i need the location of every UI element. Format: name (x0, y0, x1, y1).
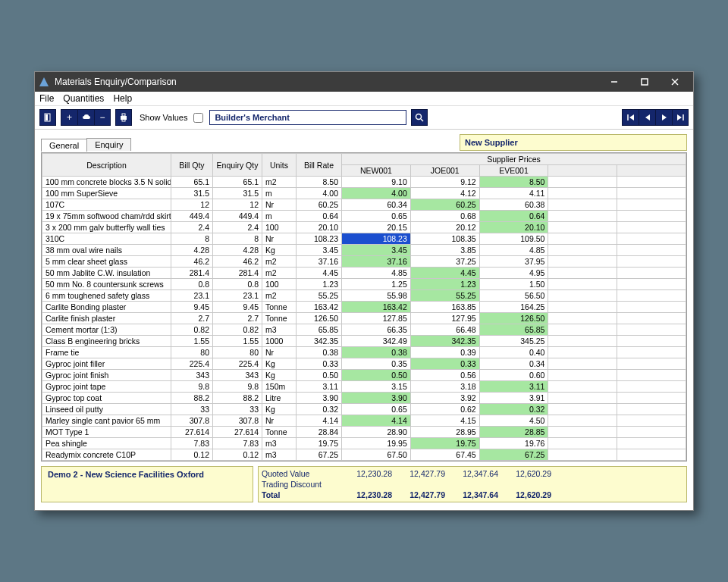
totals-value: 12,230.28 (342, 490, 395, 500)
totals-value: 12,620.29 (501, 490, 554, 500)
menu-help[interactable]: Help (113, 93, 132, 104)
svg-rect-6 (46, 114, 48, 120)
project-name-box: Demo 2 - New Science Facilities Oxford (41, 466, 253, 502)
show-values-checkbox[interactable] (193, 113, 203, 123)
col-supplier-prices[interactable]: Supplier Prices (342, 154, 686, 165)
table-row[interactable]: 50 mm No. 8 countersunk screws0.80.81001… (42, 279, 686, 290)
table-row[interactable]: Gyproc joint filler225.4225.4Kg0.330.350… (42, 358, 686, 370)
search-icon[interactable] (411, 109, 428, 126)
col-description[interactable]: Description (42, 154, 171, 177)
totals-value: 12,427.79 (395, 468, 448, 479)
show-values-label: Show Values (140, 113, 187, 122)
new-supplier-field[interactable] (460, 134, 687, 151)
table-row[interactable]: Linseed oil putty3333Kg0.320.650.620.32 (42, 404, 686, 415)
table-row[interactable]: 100 mm concrete blocks 3.5 N solid65.165… (42, 177, 686, 188)
col-supplier[interactable] (548, 165, 617, 177)
record-nav-group (622, 109, 689, 126)
totals-label: Total (259, 490, 342, 500)
table-row[interactable]: MOT Type 127.61427.614Tonne28.8428.9028.… (42, 427, 686, 438)
content-area: General Enquiry Description Bill Qty Enq… (35, 130, 693, 510)
tab-general[interactable]: General (41, 139, 87, 152)
totals-box: Quoted Value12,230.2812,427.7912,347.641… (258, 466, 687, 502)
svg-rect-2 (642, 79, 648, 85)
totals-value (448, 479, 501, 490)
svg-marker-15 (662, 114, 667, 120)
add-remove-group: + − (61, 109, 111, 126)
col-units[interactable]: Units (262, 154, 297, 177)
table-row[interactable]: 100 mm SuperSieve31.531.5m4.004.004.124.… (42, 188, 686, 199)
window-title: Materials Enquiry/Comparison (55, 77, 599, 87)
cloud-icon[interactable] (77, 109, 94, 126)
svg-rect-9 (122, 119, 125, 121)
table-row[interactable]: 3 x 200 mm galv butterfly wall ties2.42.… (42, 222, 686, 233)
totals-value: 12,347.64 (448, 468, 501, 479)
svg-marker-14 (645, 114, 650, 120)
svg-line-11 (421, 119, 423, 121)
table-row[interactable]: 38 mm oval wire nails4.284.28Kg3.453.453… (42, 245, 686, 256)
footer-row: Demo 2 - New Science Facilities Oxford Q… (41, 466, 687, 502)
col-supplier[interactable]: JOE001 (410, 165, 479, 177)
totals-value: 12,347.64 (448, 490, 501, 500)
table-row[interactable]: Carlite finish plaster2.72.7Tonne126.501… (42, 313, 686, 324)
totals-value: 12,427.79 (395, 490, 448, 500)
print-icon[interactable] (115, 109, 132, 126)
svg-point-10 (416, 114, 422, 120)
col-supplier[interactable] (617, 165, 686, 177)
table-row[interactable]: 19 x 75mm softwood cham/rdd skirting449.… (42, 211, 686, 222)
minimize-button[interactable] (599, 72, 629, 92)
menubar: File Quantities Help (35, 92, 693, 106)
col-enquiry-qty[interactable]: Enquiry Qty (213, 154, 262, 177)
table-row[interactable]: 310C88Nr108.23108.23108.35109.50 (42, 233, 686, 245)
totals-value (342, 479, 395, 490)
table-row[interactable]: 107C1212Nr60.2560.3460.2560.38 (42, 199, 686, 211)
table-row[interactable]: 5 mm clear sheet glass46.246.2m237.1637.… (42, 256, 686, 268)
table-row[interactable]: Pea shingle7.837.83m319.7519.9519.7519.7… (42, 438, 686, 449)
table-row[interactable]: Gyproc top coat88.288.2Litre3.903.903.92… (42, 393, 686, 404)
svg-rect-8 (122, 114, 125, 116)
totals-label: Quoted Value (259, 468, 342, 479)
svg-marker-13 (629, 114, 634, 120)
svg-marker-0 (39, 77, 49, 86)
last-record-icon[interactable] (672, 109, 689, 126)
col-supplier[interactable]: NEW001 (342, 165, 411, 177)
table-row[interactable]: Gyproc joint finish343343Kg0.500.500.560… (42, 370, 686, 381)
titlebar: Materials Enquiry/Comparison (35, 72, 693, 92)
supplier-search-field[interactable] (209, 110, 406, 125)
table-row[interactable]: Frame tie8080Nr0.380.380.390.40 (42, 347, 686, 358)
table-row[interactable]: 6 mm toughened safety glass23.123.1m255.… (42, 290, 686, 302)
prev-record-icon[interactable] (639, 109, 655, 126)
table-row[interactable]: Readymix concrete C10P0.120.12m367.2567.… (42, 449, 686, 461)
app-icon (38, 76, 50, 88)
materials-grid[interactable]: Description Bill Qty Enquiry Qty Units B… (41, 152, 687, 462)
close-button[interactable] (660, 72, 690, 92)
menu-quantities[interactable]: Quantities (63, 93, 104, 104)
table-row[interactable]: Class B engineering bricks1.551.55100034… (42, 336, 686, 347)
totals-value: 12,230.28 (342, 468, 395, 479)
minus-icon[interactable]: − (94, 109, 111, 126)
totals-value (501, 479, 554, 490)
tabs-row: General Enquiry (41, 134, 687, 151)
first-record-icon[interactable] (622, 109, 639, 126)
table-row[interactable]: Gyproc joint tape9.89.8150m3.113.153.183… (42, 381, 686, 393)
menu-file[interactable]: File (39, 93, 54, 104)
totals-value: 12,620.29 (501, 468, 554, 479)
plus-icon[interactable]: + (61, 109, 77, 126)
col-bill-rate[interactable]: Bill Rate (297, 154, 342, 177)
app-window: Materials Enquiry/Comparison File Quanti… (34, 71, 694, 511)
svg-marker-16 (677, 114, 682, 120)
col-bill-qty[interactable]: Bill Qty (171, 154, 213, 177)
table-row[interactable]: Marley single cant pavior 65 mm307.8307.… (42, 415, 686, 427)
table-row[interactable]: Carlite Bonding plaster9.459.45Tonne163.… (42, 302, 686, 313)
next-record-icon[interactable] (655, 109, 672, 126)
totals-label: Trading Discount (259, 479, 342, 490)
totals-value (395, 479, 448, 490)
door-icon[interactable] (39, 109, 56, 126)
col-supplier[interactable]: EVE001 (479, 165, 548, 177)
maximize-button[interactable] (629, 72, 660, 92)
table-row[interactable]: 50 mm Jablite C.W. insulation281.4281.4m… (42, 268, 686, 279)
toolbar: + − Show Values (35, 106, 693, 130)
tab-enquiry[interactable]: Enquiry (86, 138, 131, 151)
table-row[interactable]: Cement mortar (1:3)0.820.82m365.8566.356… (42, 324, 686, 336)
